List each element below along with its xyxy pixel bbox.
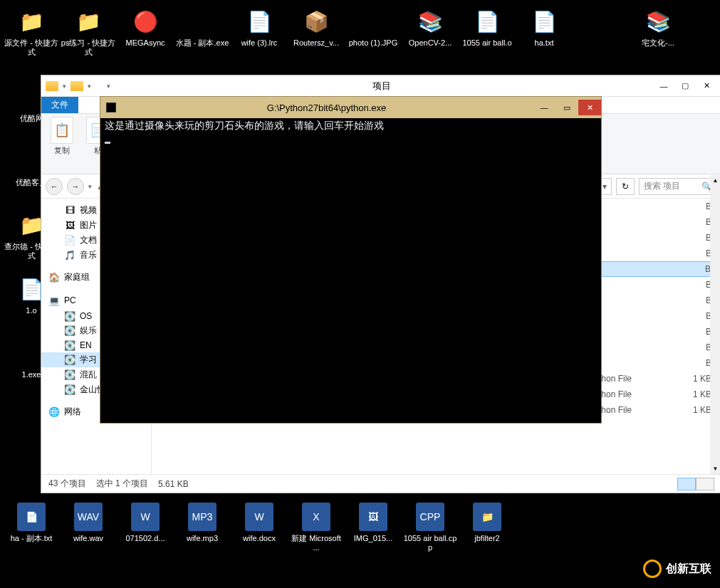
copy-button[interactable]: 📋 复制	[47, 117, 77, 171]
selection-size: 5.61 KB	[158, 479, 189, 489]
sidebar-item-icon: 🎞	[64, 205, 75, 216]
icon-label: 水题 - 副本.exe	[176, 38, 229, 48]
icon-label: 071502.d...	[125, 534, 165, 543]
file-icon: 📚	[644, 7, 672, 36]
file-icon: 🖼	[359, 7, 387, 36]
file-icon: 🔴	[131, 7, 160, 36]
desktop-icon[interactable]: 📁jbfilter2	[459, 498, 516, 562]
desktop-icon[interactable]: 🖼IMG_015...	[345, 498, 402, 562]
desktop-icon[interactable]: MP3wife.mp3	[174, 498, 231, 562]
file-tab[interactable]: 文件	[41, 97, 78, 113]
desktop-icon[interactable]	[573, 3, 630, 67]
console-window: G:\Python27bit64\python.exe — ▭ ✕ 这是通过摄像…	[100, 96, 602, 424]
desktop-icon[interactable]: 📁源文件 - 快捷方式	[3, 3, 60, 67]
explorer-scrollbar[interactable]: ▲ ▼	[710, 175, 720, 474]
sidebar-item-label: 网络	[64, 406, 81, 418]
icon-label: Routersz_v...	[293, 38, 339, 48]
icon-label: 宅文化-...	[642, 38, 674, 48]
desktop-icon[interactable]: 🔴MEGAsync	[117, 3, 174, 67]
cursor-icon	[105, 142, 110, 144]
copy-label: 复制	[54, 145, 70, 156]
sidebar-item-icon: 💻	[48, 295, 60, 306]
history-dropdown-icon[interactable]: ▾	[88, 183, 92, 190]
details-view-button[interactable]	[677, 478, 696, 490]
scroll-up-icon[interactable]: ▲	[710, 175, 720, 186]
sidebar-item-label: 文档	[80, 234, 97, 246]
console-body[interactable]: 这是通过摄像头来玩的剪刀石头布的游戏，请输入回车开始游戏	[100, 118, 601, 423]
icon-label: 1.exe	[22, 370, 41, 379]
console-maximize-button[interactable]: ▭	[555, 100, 578, 115]
desktop-icon[interactable]: 📄ha.txt	[516, 3, 573, 67]
desktop-icon[interactable]: X新建 Microsoft ...	[288, 498, 345, 562]
address-dropdown-icon[interactable]: ▾	[602, 182, 607, 191]
desktop-icon[interactable]: 📦Routersz_v...	[288, 3, 345, 67]
icon-label: 源文件 - 快捷方式	[3, 38, 60, 57]
desktop-icon[interactable]: CPP1055 air ball.cpp	[402, 498, 459, 562]
sidebar-item-icon: 💽	[64, 310, 75, 322]
sidebar-item-label: OS	[80, 311, 92, 321]
icons-view-button[interactable]	[696, 478, 714, 490]
item-count: 43 个项目	[48, 478, 86, 490]
forward-button[interactable]: →	[67, 178, 84, 195]
console-title-bar[interactable]: G:\Python27bit64\python.exe — ▭ ✕	[100, 97, 601, 118]
watermark: 创新互联	[643, 560, 711, 578]
file-icon: MP3	[188, 503, 216, 531]
file-icon: 📦	[302, 7, 330, 36]
icon-label: IMG_015...	[354, 534, 392, 543]
desktop-icons-bottom: 📄ha - 副本.txtWAVwife.wavW071502.d...MP3wi…	[3, 498, 516, 562]
desktop-icon[interactable]: 📄1055 air ball.o	[459, 3, 516, 67]
file-icon: 📁	[74, 7, 103, 36]
window-controls: — ▢ ✕	[653, 78, 717, 94]
sidebar-item-label: 娱乐	[80, 325, 97, 337]
file-icon: 📄	[473, 7, 501, 36]
qa-overflow-icon[interactable]: ▾	[107, 83, 110, 90]
icon-label: wife.docx	[243, 534, 276, 543]
minimize-button[interactable]: —	[653, 78, 674, 94]
search-placeholder: 搜索 项目	[644, 180, 680, 192]
icon-label: MEGAsync	[125, 38, 165, 48]
scroll-down-icon[interactable]: ▼	[710, 463, 720, 474]
desktop-icon[interactable]: 📚宅文化-...	[630, 3, 687, 67]
file-icon: CPP	[416, 503, 444, 531]
back-button[interactable]: ←	[46, 178, 63, 195]
icon-label: wife (3).lrc	[241, 38, 278, 48]
icon-label: wife.mp3	[187, 534, 218, 543]
desktop-icon[interactable]: 📄wife (3).lrc	[231, 3, 288, 67]
console-close-button[interactable]: ✕	[578, 100, 601, 115]
desktop-icon[interactable]: Wwife.docx	[231, 498, 288, 562]
explorer-title: 项目	[115, 80, 649, 93]
icon-label: 1055 air ball.o	[462, 38, 511, 48]
close-button[interactable]: ✕	[696, 78, 717, 94]
title-dropdown-icon[interactable]: ▾	[63, 83, 66, 90]
desktop-icon[interactable]: 📄ha - 副本.txt	[3, 498, 60, 562]
search-input[interactable]: 搜索 项目 🔍	[639, 178, 717, 195]
sidebar-item-label: 混乱	[80, 369, 97, 381]
file-type: Python File	[589, 389, 674, 399]
explorer-title-bar[interactable]: ▾ ▾ ▾ 项目 — ▢ ✕	[41, 75, 720, 97]
sidebar-item-icon: 💽	[64, 369, 75, 381]
icon-label: ps练习 - 快捷方式	[60, 38, 117, 57]
qa-dropdown-icon[interactable]: ▾	[88, 83, 91, 90]
desktop-icon[interactable]: 🗔水题 - 副本.exe	[174, 3, 231, 67]
sidebar-item-icon: 🏠	[48, 272, 60, 283]
desktop-icons-top: 📁源文件 - 快捷方式📁ps练习 - 快捷方式🔴MEGAsync🗔水题 - 副本…	[3, 3, 717, 67]
file-icon: 🗔	[188, 7, 216, 36]
file-icon: 📁	[473, 503, 501, 531]
file-icon: 📄	[17, 503, 46, 531]
icon-label: 优酷网	[20, 114, 43, 123]
desktop-icon[interactable]: 🖼photo (1).JPG	[345, 3, 402, 67]
console-output: 这是通过摄像头来玩的剪刀石头布的游戏，请输入回车开始游戏	[105, 120, 384, 131]
desktop-icon[interactable]: 📁ps练习 - 快捷方式	[60, 3, 117, 67]
desktop-icon[interactable]: WAVwife.wav	[60, 498, 117, 562]
file-icon: WAV	[74, 503, 103, 531]
sidebar-item-icon: 💽	[64, 355, 75, 366]
console-controls: — ▭ ✕	[533, 100, 601, 115]
desktop-icon[interactable]: 📚OpenCV-2...	[402, 3, 459, 67]
console-minimize-button[interactable]: —	[533, 100, 555, 115]
desktop-icon[interactable]: W071502.d...	[117, 498, 174, 562]
folder-icon	[46, 81, 58, 91]
file-type: Python File	[589, 405, 674, 415]
maximize-button[interactable]: ▢	[674, 78, 696, 94]
icon-label: 新建 Microsoft ...	[288, 534, 345, 552]
refresh-button[interactable]: ↻	[616, 178, 635, 195]
